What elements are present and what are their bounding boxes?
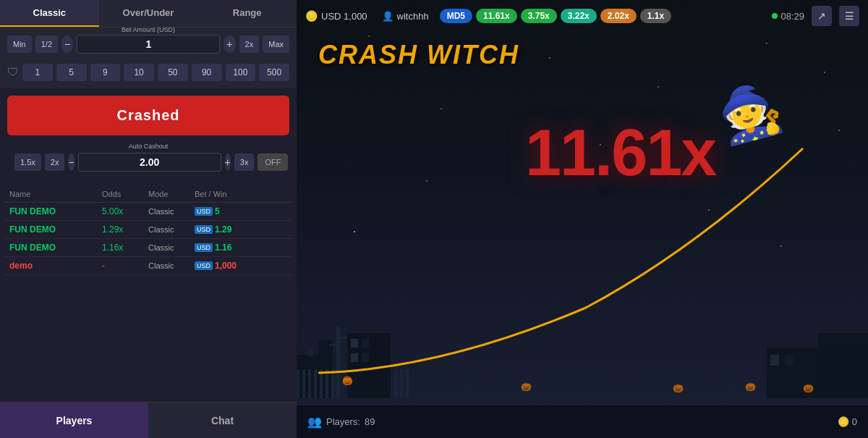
- bet-value: 1,000: [215, 261, 237, 271]
- quick-btn-100[interactable]: 100: [226, 64, 256, 81]
- player-name: FUN DEMO: [9, 243, 102, 253]
- player-mode: Classic: [148, 225, 195, 234]
- topbar-right: 08:29 ↗ ☰: [772, 6, 859, 26]
- quick-btn-1[interactable]: 1: [22, 64, 53, 81]
- quick-btn-90[interactable]: 90: [192, 64, 222, 81]
- badge-11x-small[interactable]: 1.1x: [640, 9, 671, 23]
- players-number: 89: [365, 416, 375, 427]
- tab-range[interactable]: Range: [197, 0, 297, 27]
- player-odds: 1.16x: [102, 243, 148, 253]
- badge-11x[interactable]: 11.61x: [476, 9, 517, 23]
- username: witchhh: [397, 11, 429, 22]
- tab-chat[interactable]: Chat: [148, 403, 297, 438]
- player-odds: 1.29x: [102, 224, 148, 235]
- player-mode: Classic: [148, 207, 195, 216]
- player-mode: Classic: [148, 261, 195, 270]
- bet-input[interactable]: [77, 35, 220, 54]
- coin-stack-icon: 🪙: [838, 416, 849, 427]
- min-button[interactable]: Min: [7, 35, 32, 53]
- coin-stack-value: 0: [852, 416, 857, 427]
- table-row: FUN DEMO 1.29x Classic USD 1.29: [4, 221, 293, 239]
- cashout-off[interactable]: OFF: [258, 153, 288, 171]
- multiplier-badges: MD5 11.61x 3.75x 3.22x 2.02x 1.1x: [440, 9, 672, 23]
- share-button[interactable]: ↗: [812, 6, 832, 26]
- quick-amounts: 🛡 1 5 9 10 50 90 100 500: [7, 64, 289, 81]
- col-name: Name: [9, 190, 102, 198]
- username-info: 👤 witchhh: [382, 11, 429, 22]
- balance-info: 🪙 USD 1,000: [305, 10, 367, 22]
- game-topbar: 🪙 USD 1,000 👤 witchhh MD5 11.61x 3.75x 3…: [297, 0, 868, 32]
- time-display: 08:29: [772, 11, 804, 22]
- max-button[interactable]: Max: [263, 35, 289, 53]
- game-panel: 🪙 USD 1,000 👤 witchhh MD5 11.61x 3.75x 3…: [297, 0, 868, 438]
- tab-players[interactable]: Players: [0, 403, 148, 438]
- player-bet: USD 1.29: [195, 224, 287, 235]
- player-name: FUN DEMO: [9, 224, 102, 235]
- table-row: FUN DEMO 5.00x Classic USD 5: [4, 203, 293, 221]
- cashout-multi[interactable]: 3x: [234, 153, 255, 171]
- badge-375x[interactable]: 3.75x: [521, 9, 557, 23]
- players-label: Players:: [326, 416, 360, 427]
- menu-button[interactable]: ☰: [839, 6, 859, 26]
- game-curve: [297, 90, 868, 395]
- table-row: FUN DEMO 1.16x Classic USD 1.16: [4, 239, 293, 257]
- bet-amount-label: Bet Amount (USD): [122, 26, 175, 33]
- player-odds: -: [102, 261, 148, 271]
- quick-btn-5[interactable]: 5: [56, 64, 87, 81]
- coin-icon: 🪙: [305, 10, 318, 22]
- left-panel: Classic Over/Under Range Bet Amount (USD…: [0, 0, 297, 438]
- auto-cashout-row: 1.5x 2x − + 3x OFF: [7, 153, 289, 179]
- online-dot: [772, 13, 778, 19]
- shield-icon[interactable]: 🛡: [7, 66, 19, 79]
- table-row: demo - Classic USD 1,000: [4, 257, 293, 275]
- double-button[interactable]: 2x: [239, 35, 260, 53]
- players-count: 👥 Players: 89: [307, 415, 375, 429]
- quick-btn-9[interactable]: 9: [90, 64, 121, 81]
- bet-controls: Bet Amount (USD) Min 1/2 − + 2x Max 🛡 1 …: [0, 28, 297, 88]
- player-name: FUN DEMO: [9, 206, 102, 216]
- usd-icon: USD: [195, 261, 213, 270]
- cashout-plus[interactable]: +: [225, 153, 231, 171]
- user-icon: 👤: [382, 11, 393, 22]
- auto-cashout-label: Auto Cashout: [7, 143, 289, 150]
- table-header: Name Odds Mode Bet / Win: [4, 186, 293, 203]
- tab-over-under[interactable]: Over/Under: [99, 0, 198, 27]
- game-title: CRASH WITCH: [318, 40, 519, 70]
- cashout-preset-2[interactable]: 2x: [45, 153, 65, 171]
- quick-btn-10[interactable]: 10: [124, 64, 154, 81]
- badge-322x[interactable]: 3.22x: [561, 9, 597, 23]
- col-bet: Bet / Win: [195, 190, 287, 198]
- player-mode: Classic: [148, 243, 195, 252]
- badge-md5[interactable]: MD5: [440, 9, 472, 23]
- col-mode: Mode: [148, 190, 195, 198]
- player-odds: 5.00x: [102, 206, 148, 216]
- quick-btn-50[interactable]: 50: [158, 64, 188, 81]
- tab-classic[interactable]: Classic: [0, 0, 99, 27]
- player-bet: USD 5: [195, 206, 287, 216]
- half-button[interactable]: 1/2: [35, 35, 58, 53]
- usd-icon: USD: [195, 207, 213, 216]
- cashout-minus[interactable]: −: [68, 153, 74, 171]
- bet-amount-row: Min 1/2 − + 2x Max: [7, 35, 289, 54]
- balance-value: USD 1,000: [321, 11, 367, 22]
- minus-button[interactable]: −: [61, 35, 73, 53]
- player-bet: USD 1.16: [195, 243, 287, 253]
- crashed-button[interactable]: Crashed: [7, 96, 289, 135]
- plus-button[interactable]: +: [224, 35, 235, 53]
- col-odds: Odds: [102, 190, 148, 198]
- game-tabs: Classic Over/Under Range: [0, 0, 297, 28]
- usd-icon: USD: [195, 225, 213, 234]
- bet-value: 1.16: [215, 243, 231, 253]
- cashout-preset-1[interactable]: 1.5x: [14, 153, 41, 171]
- player-name: demo: [9, 261, 102, 271]
- badge-202x[interactable]: 2.02x: [600, 9, 637, 23]
- quick-btn-500[interactable]: 500: [259, 64, 289, 81]
- game-bottombar: 👥 Players: 89 🪙 0: [297, 405, 868, 438]
- usd-icon: USD: [195, 243, 213, 252]
- time-value: 08:29: [780, 11, 804, 22]
- cashout-input[interactable]: [78, 153, 221, 172]
- player-bet: USD 1,000: [195, 261, 287, 271]
- players-table: Name Odds Mode Bet / Win FUN DEMO 5.00x …: [0, 186, 297, 402]
- bottom-tabs: Players Chat: [0, 402, 297, 438]
- players-icon: 👥: [307, 415, 322, 429]
